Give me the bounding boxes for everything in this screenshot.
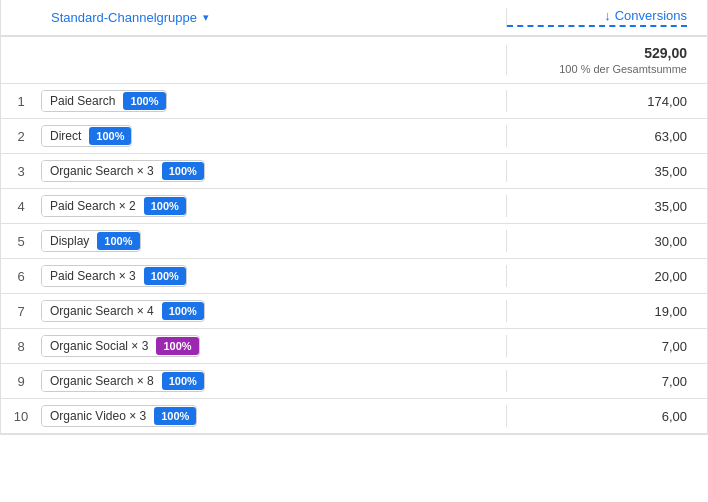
table-row: 8 Organic Social × 3 100% 7,00 — [1, 329, 707, 364]
table-row: 1 Paid Search 100% 174,00 — [1, 84, 707, 119]
channel-name: Organic Search × 4 — [42, 301, 162, 321]
channel-name: Organic Social × 3 — [42, 336, 156, 356]
row-value: 174,00 — [507, 94, 707, 109]
channel-pct-badge: 100% — [89, 127, 131, 145]
table-row: 4 Paid Search × 2 100% 35,00 — [1, 189, 707, 224]
channel-header-col: Standard-Channelgruppe ▾ — [1, 10, 506, 25]
row-value: 6,00 — [507, 409, 707, 424]
row-number: 10 — [1, 409, 41, 424]
summary-total: 529,00 — [507, 45, 687, 61]
row-number: 5 — [1, 234, 41, 249]
channel-group-label: Standard-Channelgruppe — [51, 10, 197, 25]
channel-name: Paid Search × 2 — [42, 196, 144, 216]
row-value: 63,00 — [507, 129, 707, 144]
channel-tag[interactable]: Organic Social × 3 100% — [41, 335, 200, 357]
row-value: 7,00 — [507, 374, 707, 389]
row-channel: Organic Search × 3 100% — [41, 160, 506, 182]
row-value: 20,00 — [507, 269, 707, 284]
channel-tag[interactable]: Paid Search × 3 100% — [41, 265, 187, 287]
row-channel: Organic Search × 4 100% — [41, 300, 506, 322]
channel-tag[interactable]: Organic Search × 3 100% — [41, 160, 205, 182]
conversions-sort-label[interactable]: ↓ Conversions — [507, 8, 687, 27]
channel-tag[interactable]: Organic Video × 3 100% — [41, 405, 197, 427]
conversions-label: Conversions — [615, 8, 687, 23]
table-body: 1 Paid Search 100% 174,00 2 Direct 100% … — [1, 84, 707, 434]
summary-pct-label: 100 % der Gesamtsumme — [507, 63, 687, 75]
channel-pct-badge: 100% — [144, 267, 186, 285]
channel-pct-badge: 100% — [154, 407, 196, 425]
table-row: 10 Organic Video × 3 100% 6,00 — [1, 399, 707, 434]
sort-icon: ↓ — [604, 8, 611, 23]
row-channel: Display 100% — [41, 230, 506, 252]
row-value: 7,00 — [507, 339, 707, 354]
table-row: 3 Organic Search × 3 100% 35,00 — [1, 154, 707, 189]
row-channel: Organic Social × 3 100% — [41, 335, 506, 357]
table-header: Standard-Channelgruppe ▾ ↓ Conversions — [1, 0, 707, 37]
channel-tag[interactable]: Direct 100% — [41, 125, 132, 147]
channel-pct-badge: 100% — [97, 232, 139, 250]
row-channel: Paid Search × 2 100% — [41, 195, 506, 217]
row-value: 30,00 — [507, 234, 707, 249]
row-number: 1 — [1, 94, 41, 109]
row-channel: Paid Search × 3 100% — [41, 265, 506, 287]
channel-name: Direct — [42, 126, 89, 146]
channel-pct-badge: 100% — [156, 337, 198, 355]
channel-name: Organic Search × 3 — [42, 161, 162, 181]
channel-pct-badge: 100% — [162, 372, 204, 390]
table-row: 6 Paid Search × 3 100% 20,00 — [1, 259, 707, 294]
channel-pct-badge: 100% — [162, 302, 204, 320]
channel-tag[interactable]: Organic Search × 8 100% — [41, 370, 205, 392]
row-channel: Organic Search × 8 100% — [41, 370, 506, 392]
row-number: 9 — [1, 374, 41, 389]
channel-name: Paid Search — [42, 91, 123, 111]
channel-tag[interactable]: Organic Search × 4 100% — [41, 300, 205, 322]
channel-pct-badge: 100% — [123, 92, 165, 110]
channel-name: Display — [42, 231, 97, 251]
channel-name: Organic Video × 3 — [42, 406, 154, 426]
channel-tag[interactable]: Paid Search × 2 100% — [41, 195, 187, 217]
row-channel: Organic Video × 3 100% — [41, 405, 506, 427]
row-number: 4 — [1, 199, 41, 214]
table-row: 2 Direct 100% 63,00 — [1, 119, 707, 154]
row-number: 8 — [1, 339, 41, 354]
row-channel: Paid Search 100% — [41, 90, 506, 112]
channel-tag[interactable]: Display 100% — [41, 230, 141, 252]
table-row: 7 Organic Search × 4 100% 19,00 — [1, 294, 707, 329]
row-number: 6 — [1, 269, 41, 284]
row-channel: Direct 100% — [41, 125, 506, 147]
table-row: 5 Display 100% 30,00 — [1, 224, 707, 259]
summary-value-col: 529,00 100 % der Gesamtsumme — [507, 45, 707, 75]
channel-name: Paid Search × 3 — [42, 266, 144, 286]
summary-channel-col — [1, 45, 506, 75]
row-number: 3 — [1, 164, 41, 179]
channel-tag[interactable]: Paid Search 100% — [41, 90, 167, 112]
row-value: 35,00 — [507, 199, 707, 214]
dropdown-chevron-icon: ▾ — [203, 11, 209, 24]
row-number: 2 — [1, 129, 41, 144]
summary-row: 529,00 100 % der Gesamtsumme — [1, 37, 707, 84]
row-value: 35,00 — [507, 164, 707, 179]
analytics-table: Standard-Channelgruppe ▾ ↓ Conversions 5… — [0, 0, 708, 435]
channel-pct-badge: 100% — [162, 162, 204, 180]
channel-pct-badge: 100% — [144, 197, 186, 215]
conversions-header-col: ↓ Conversions — [507, 8, 707, 27]
row-value: 19,00 — [507, 304, 707, 319]
channel-group-dropdown[interactable]: Standard-Channelgruppe ▾ — [51, 10, 209, 25]
row-number: 7 — [1, 304, 41, 319]
table-row: 9 Organic Search × 8 100% 7,00 — [1, 364, 707, 399]
channel-name: Organic Search × 8 — [42, 371, 162, 391]
